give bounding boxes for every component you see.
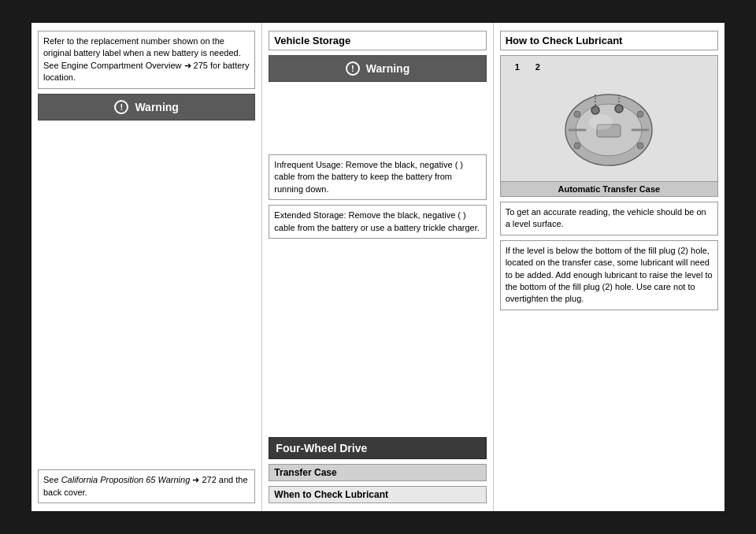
warning-banner-2: ! Warning [269,55,486,82]
warning-banner-1: ! Warning [38,94,255,121]
prop-note: See California Proposition 65 Warning ➜ … [38,469,255,503]
warning-label-1: Warning [135,101,178,113]
vehicle-storage-heading: Vehicle Storage [269,31,486,50]
level-note-block: To get an accurate reading, the vehicle … [500,202,718,235]
battery-text: Refer to the replacement number shown on… [43,35,250,84]
extended-storage-block: Extended Storage: Remove the black, nega… [269,205,486,239]
when-to-check-label: When to Check Lubricant [269,486,486,503]
svg-point-3 [637,111,643,117]
battery-text-block: Refer to the replacement number shown on… [38,31,255,89]
svg-point-2 [574,111,580,117]
warning-icon-1: ! [114,100,128,114]
transfer-case-label: Transfer Case [269,464,486,481]
marker-1: 1 [515,62,520,72]
svg-point-5 [637,143,643,149]
four-wheel-drive-heading: Four-Wheel Drive [269,437,486,459]
column-2: Vehicle Storage ! Warning Infrequent Usa… [262,23,493,511]
marker-2: 2 [536,62,540,72]
page: Refer to the replacement number shown on… [32,23,724,511]
svg-point-13 [589,114,613,130]
column-3: How to Check Lubricant 1 2 [494,23,724,511]
infrequent-usage-block: Infrequent Usage: Remove the black, nega… [269,154,486,200]
warning-icon-2: ! [346,61,360,76]
infrequent-usage-text: Infrequent Usage: Remove the black, nega… [274,159,480,195]
column-1: Refer to the replacement number shown on… [32,23,262,511]
how-to-check-heading: How to Check Lubricant [500,31,718,50]
transfer-case-image: 1 2 [500,55,718,197]
extended-storage-text: Extended Storage: Remove the black, nega… [274,210,480,234]
transfer-case-svg [558,75,660,177]
svg-point-4 [574,143,580,149]
fill-plug-note-text: If the level is below the bottom of the … [506,245,713,306]
warning-label-2: Warning [366,62,410,75]
level-note-text: To get an accurate reading, the vehicle … [506,206,713,231]
prop-note-text: See California Proposition 65 Warning ➜ … [43,475,248,496]
label-markers: 1 2 [515,62,540,72]
fill-plug-note-block: If the level is below the bottom of the … [500,240,718,310]
svg-point-6 [591,106,599,114]
image-caption: Automatic Transfer Case [501,181,717,196]
svg-point-8 [615,105,623,113]
